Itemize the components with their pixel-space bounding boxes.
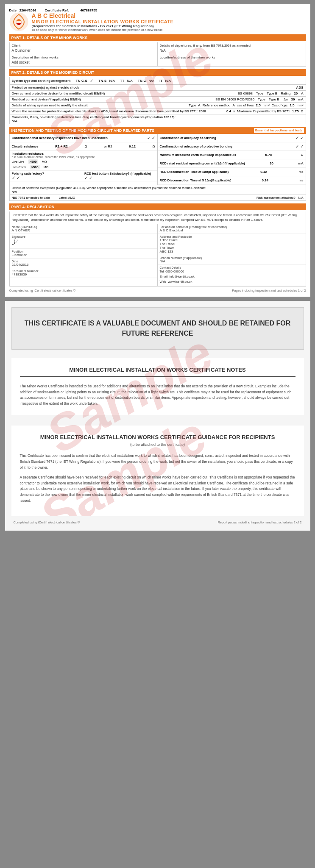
enrolment-value: 47383839 bbox=[12, 273, 155, 276]
live-earth-label: Live-Earth bbox=[12, 165, 26, 169]
protective-value: ADS bbox=[296, 86, 304, 89]
cert-ref-label: Certificate Ref: bbox=[45, 8, 69, 12]
cert-note: To be used only for minor electrical wor… bbox=[32, 28, 306, 32]
inspection-grid: Confirmation that necessary inspections … bbox=[9, 134, 306, 185]
live-live-row: Live-Live >500 MΩ bbox=[12, 159, 155, 164]
wiring-row: Details of wiring system used to modify … bbox=[9, 103, 306, 108]
insulation-label: Insulation resistance: bbox=[12, 152, 155, 156]
live-live-label: Live-Live bbox=[12, 160, 25, 164]
email-value: info@icertifi.co.uk bbox=[169, 275, 194, 278]
overcurrent-rating-label: Rating bbox=[281, 92, 290, 95]
tel-label: Tel bbox=[160, 270, 166, 273]
rcd-rated-value: 30 bbox=[270, 161, 273, 165]
wiring-cpc-value: 1.5 bbox=[290, 103, 294, 107]
risk-label: Risk assessment attached? bbox=[256, 196, 295, 200]
bs7671-label: *BS 7671 amended to date bbox=[12, 196, 50, 200]
bs7671-row: *BS 7671 amended to date Latest AMD Risk… bbox=[9, 195, 306, 201]
protective-row: Protective measure(s) against electric s… bbox=[9, 85, 306, 91]
cert-ref-value: 467888755 bbox=[80, 8, 97, 12]
spacer bbox=[11, 419, 304, 426]
for-behalf-label: For and on behalf of (Trading title of c… bbox=[160, 225, 304, 228]
comments-label: Comments, if any, on existing installati… bbox=[12, 115, 176, 119]
wiring-csa-unit: mm² bbox=[263, 103, 270, 107]
details-note-row: Details of permitted exceptions (Regulat… bbox=[9, 185, 306, 195]
system-row: System type and earthing arrangement TN-… bbox=[9, 77, 306, 85]
r1r2-unit: Ω bbox=[84, 145, 87, 148]
wiring-ref-value: A bbox=[233, 103, 235, 107]
comments-value: N/A bbox=[12, 119, 17, 123]
branch-value: N/A bbox=[160, 259, 304, 263]
notes-text: The Minor Works Certificate is intended … bbox=[20, 384, 295, 406]
position-value: Electrician bbox=[12, 253, 155, 257]
system-tncs-label: TN-C-S bbox=[76, 79, 87, 83]
risk-value: N/A bbox=[298, 196, 304, 200]
rcd-rated-unit: mA bbox=[298, 161, 303, 165]
client-label: Client: bbox=[12, 44, 155, 47]
rcd-time1-unit: ms bbox=[299, 170, 304, 174]
insp-right: Confirmation of adequacy of earthing ✓ ✓… bbox=[158, 134, 306, 185]
max-earth-value: 0.78 bbox=[265, 153, 272, 157]
wiring-type-value: A bbox=[198, 103, 200, 107]
departures-value: N/A bbox=[160, 48, 304, 53]
footer2-left: Completed using iCertifi electrical cert… bbox=[14, 520, 80, 524]
name-label: Name (CAPITALS) bbox=[12, 225, 155, 228]
wiring-cpc-label: Csa of cpc bbox=[272, 103, 288, 107]
enrolment-label: Enrolment Number bbox=[12, 270, 155, 273]
rcd-time1-label: RCD Disconnection Time at 1Δn(If applica… bbox=[160, 170, 229, 174]
part1-right: Details of departures, if any, from BS 7… bbox=[158, 42, 306, 66]
part2-header: PART 2: DETAILS OF THE MODIFIED CIRCUIT bbox=[9, 69, 306, 76]
overcurrent-type-value: Type B bbox=[267, 92, 277, 95]
rcd-type-value: Type B bbox=[269, 97, 279, 101]
circuit-resistance-label: Circuit resistance bbox=[12, 145, 39, 148]
for-behalf-value: A B C Electrical bbox=[160, 228, 304, 232]
date-value: 22/04/2016 bbox=[12, 263, 155, 267]
valuable-box: THIS CERTIFICATE IS A VALUABLE DOCUMENT … bbox=[11, 307, 304, 350]
part1-header: PART 1: DETAILS OF THE MINOR WORKS bbox=[9, 34, 306, 41]
earthing-checks: ✓ ✓ bbox=[295, 136, 304, 140]
guidance-section: Sample MINOR ELECTRICAL INSTALLATION WOR… bbox=[11, 426, 304, 516]
r1r2-label: R1 + R2 bbox=[55, 145, 68, 148]
company-header: A B C Electrical MINOR ELECTRICAL INSTAL… bbox=[9, 12, 306, 32]
rcd-test-label: RCD test button Satisfactory? (If applic… bbox=[84, 172, 155, 175]
part1-left: Client: A Customer Description of the mi… bbox=[10, 42, 158, 66]
description-value: Add socket bbox=[12, 60, 155, 64]
address-label: Address and Postcode bbox=[160, 235, 304, 238]
r2-unit: Ω bbox=[153, 145, 155, 148]
bonding-checks: ✓ ✓ bbox=[295, 144, 304, 149]
for-behalf-cell: For and on behalf of (Trading title of c… bbox=[158, 224, 306, 234]
overcurrent-label: Over current protective device for the m… bbox=[12, 92, 234, 95]
page-2: Sample THIS CERTIFICATE IS A VALUABLE DO… bbox=[5, 301, 310, 531]
overcurrent-rating-value: 20 bbox=[294, 92, 298, 95]
client-value: A Customer bbox=[12, 48, 155, 53]
rcd-time1-row: RCD Disconnection Time at 1Δn(If applica… bbox=[158, 168, 306, 176]
address-cell: Address and Postcode 1 The Place The Roa… bbox=[158, 234, 306, 255]
date-label: Date bbox=[9, 8, 17, 12]
rcd-rated-row: RCD rated residual operating current (1Δ… bbox=[158, 159, 306, 168]
enrolment-cell: Enrolment Number 47383839 bbox=[10, 268, 157, 278]
sig-right: For and on behalf of (Trading title of c… bbox=[158, 224, 306, 286]
rcd-time5-row: RCD Disconnection Time at 5 1Δn(If appli… bbox=[158, 176, 306, 185]
date-label: Date bbox=[12, 260, 155, 263]
guidance-title: MINOR ELECTRICAL INSTALLATION WORKS CERT… bbox=[20, 434, 295, 440]
rcd-test-cell: RCD test button Satisfactory? (If applic… bbox=[84, 172, 155, 180]
notes-section: MINOR ELECTRICAL INSTALLATION WORKS CERT… bbox=[11, 358, 304, 415]
footer-right: Pages including inspection and test sche… bbox=[232, 289, 306, 292]
rcd-time1-value: 0.42 bbox=[260, 170, 267, 174]
insp-undertaken-row: Confirmation that necessary inspections … bbox=[10, 134, 157, 142]
r2-value: 0.12 bbox=[129, 145, 136, 148]
date-cell: Date 22/04/2016 bbox=[10, 259, 157, 268]
sig-grid: Name (CAPITALS) A N OTHER Signature 𝓨 Po… bbox=[9, 224, 306, 287]
description-cell: Description of the minor works Add socke… bbox=[10, 54, 157, 66]
comments-row: Comments, if any, on existing installati… bbox=[9, 114, 306, 124]
rcd-rated-label: RCD rated residual operating current (1Δ… bbox=[160, 161, 245, 165]
web-value: www.icertifi.co.uk bbox=[168, 280, 192, 284]
rcd-type-label: Type bbox=[258, 97, 265, 101]
live-live-value: >500 bbox=[28, 159, 39, 164]
location-cell: Location/address of the minor works bbox=[158, 54, 306, 66]
protection-row: Where the measure for protection against… bbox=[9, 108, 306, 114]
bonding-label: Confirmation of adequacy of protective b… bbox=[160, 145, 232, 148]
insulation-note: * In a multi-phase circuit, record the l… bbox=[12, 156, 155, 159]
overcurrent-standard: BS 60898 bbox=[238, 92, 253, 95]
system-label: System type and earthing arrangement bbox=[12, 79, 71, 83]
rcd-test-checks: ✓ ✓ bbox=[84, 175, 155, 180]
